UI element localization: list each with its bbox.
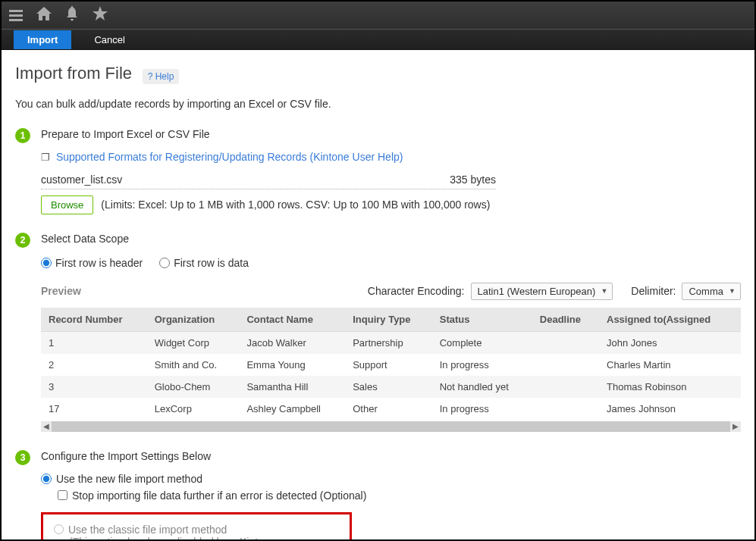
- table-cell: Thomas Robinson: [599, 376, 741, 398]
- table-cell: Charles Martin: [599, 354, 741, 376]
- step-2-title: Select Data Scope: [41, 233, 741, 245]
- classic-import-disabled-block: Use the classic file import method (This…: [41, 512, 352, 541]
- delimiter-select[interactable]: Comma: [682, 283, 741, 300]
- table-header: Deadline: [532, 308, 599, 332]
- table-cell: Support: [345, 354, 432, 376]
- table-cell: Other: [345, 398, 432, 420]
- table-header: Status: [432, 308, 532, 332]
- menu-icon[interactable]: [9, 10, 23, 21]
- delimiter-label: Delimiter:: [631, 285, 676, 297]
- radio-classic-import-input: [54, 524, 64, 534]
- table-row: 1Widget CorpJacob WalkerPartnershipCompl…: [41, 331, 741, 354]
- table-cell: Smith and Co.: [147, 354, 240, 376]
- file-limits-text: (Limits: Excel: Up to 1 MB with 1,000 ro…: [101, 199, 490, 211]
- table-cell: Sales: [345, 376, 432, 398]
- table-cell: [532, 354, 599, 376]
- table-cell: 2: [41, 354, 147, 376]
- checkbox-stop-on-error-input[interactable]: [58, 490, 67, 500]
- radio-first-row-header-input[interactable]: [41, 258, 52, 268]
- radio-new-import[interactable]: Use the new file import method: [41, 473, 741, 485]
- table-cell: James Johnson: [599, 398, 741, 420]
- preview-table: Record NumberOrganizationContact NameInq…: [41, 308, 741, 420]
- table-cell: Complete: [432, 331, 532, 354]
- encoding-label: Character Encoding:: [368, 285, 465, 297]
- table-cell: [532, 331, 599, 354]
- table-cell: Not handled yet: [432, 376, 532, 398]
- external-link-icon: ❐: [41, 152, 50, 163]
- table-cell: Ashley Campbell: [239, 398, 345, 420]
- import-button[interactable]: Import: [14, 30, 71, 49]
- radio-new-import-input[interactable]: [41, 474, 52, 484]
- browse-button[interactable]: Browse: [41, 195, 93, 214]
- table-cell: 1: [41, 331, 147, 354]
- table-cell: In progress: [432, 398, 532, 420]
- table-cell: Partnership: [345, 331, 432, 354]
- table-header: Record Number: [41, 308, 147, 332]
- supported-formats-link[interactable]: Supported Formats for Registering/Updati…: [56, 151, 403, 163]
- table-cell: 17: [41, 398, 147, 420]
- table-row: 2Smith and Co.Emma YoungSupportIn progre…: [41, 354, 741, 376]
- table-row: 17LexCorpAshley CampbellOtherIn progress…: [41, 398, 741, 420]
- encoding-select[interactable]: Latin1 (Western European): [471, 283, 613, 300]
- step-1-title: Prepare to Import Excel or CSV File: [41, 128, 741, 140]
- selected-filesize: 335 bytes: [450, 174, 496, 186]
- table-cell: Samantha Hill: [239, 376, 345, 398]
- scroll-track[interactable]: [52, 421, 730, 432]
- scroll-right-icon[interactable]: ▶: [730, 422, 741, 430]
- table-row: 3Globo-ChemSamantha HillSalesNot handled…: [41, 376, 741, 398]
- page-title: Import from File: [15, 64, 132, 83]
- help-link[interactable]: ? Help: [143, 69, 180, 84]
- table-cell: [532, 398, 599, 420]
- step-3-title: Configure the Import Settings Below: [41, 450, 741, 462]
- table-header: Assigned to(Assigned: [599, 308, 741, 332]
- checkbox-stop-on-error[interactable]: Stop importing file data further if an e…: [58, 489, 741, 502]
- table-cell: Emma Young: [239, 354, 345, 376]
- radio-first-row-header[interactable]: First row is header: [41, 257, 143, 269]
- table-header: Inquiry Type: [345, 308, 432, 332]
- star-icon[interactable]: [93, 6, 108, 25]
- page-subtitle: You can bulk add/update records by impor…: [15, 98, 741, 110]
- table-cell: Globo-Chem: [147, 376, 240, 398]
- table-cell: Jacob Walker: [239, 331, 345, 354]
- step-1-badge: 1: [15, 128, 30, 143]
- table-cell: 3: [41, 376, 147, 398]
- scroll-left-icon[interactable]: ◀: [41, 422, 52, 430]
- table-header: Organization: [147, 308, 240, 332]
- preview-label: Preview: [41, 285, 81, 297]
- radio-classic-import: Use the classic file import method: [54, 524, 339, 536]
- table-cell: In progress: [432, 354, 532, 376]
- table-cell: Widget Corp: [147, 331, 240, 354]
- radio-first-row-data-input[interactable]: [159, 258, 170, 268]
- table-cell: [532, 376, 599, 398]
- classic-import-note: (This option has been disabled by a Kint…: [69, 536, 339, 541]
- table-cell: LexCorp: [147, 398, 240, 420]
- horizontal-scrollbar[interactable]: ◀ ▶: [41, 421, 741, 432]
- table-cell: John Jones: [599, 331, 741, 354]
- step-2-badge: 2: [15, 233, 30, 248]
- table-header: Contact Name: [239, 308, 345, 332]
- cancel-button[interactable]: Cancel: [94, 34, 124, 45]
- selected-filename: customer_list.csv: [41, 174, 122, 186]
- radio-first-row-data[interactable]: First row is data: [159, 257, 249, 269]
- bell-icon[interactable]: [65, 6, 79, 25]
- step-3-badge: 3: [15, 450, 30, 465]
- home-icon[interactable]: [36, 7, 52, 24]
